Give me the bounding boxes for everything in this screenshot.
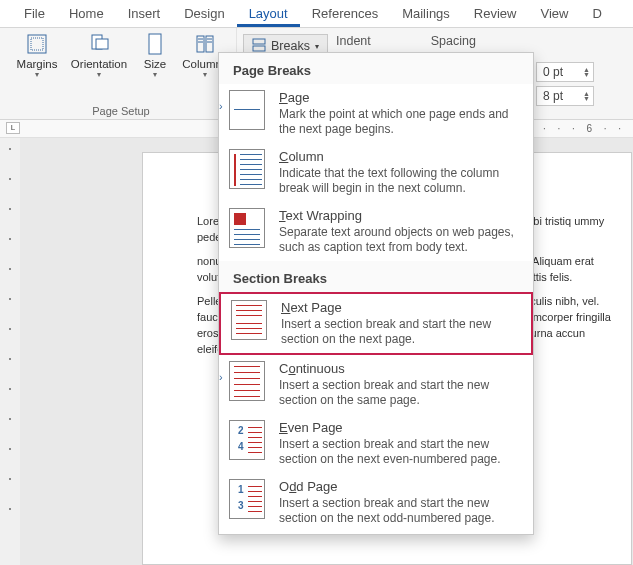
size-button[interactable]: Size ▾ bbox=[138, 32, 172, 79]
odd-page-icon: 1 3 bbox=[229, 479, 265, 519]
chevron-down-icon: ▾ bbox=[35, 70, 39, 79]
page-break-icon bbox=[229, 90, 265, 130]
svg-rect-3 bbox=[96, 39, 108, 49]
svg-rect-4 bbox=[149, 34, 161, 54]
svg-rect-12 bbox=[253, 46, 265, 51]
break-title: Odd Page bbox=[279, 479, 521, 494]
indent-label: Indent bbox=[336, 34, 371, 48]
breaks-label: Breaks bbox=[271, 39, 310, 53]
break-even-page[interactable]: 2 4 Even Page Insert a section break and… bbox=[219, 414, 533, 473]
group-label-page-setup: Page Setup bbox=[92, 105, 150, 119]
chevron-down-icon: ▾ bbox=[203, 70, 207, 79]
spinner-arrows-icon[interactable]: ▲▼ bbox=[583, 67, 590, 77]
page-breaks-heading: Page Breaks bbox=[219, 53, 533, 84]
break-title: Column bbox=[279, 149, 521, 164]
svg-rect-1 bbox=[31, 38, 43, 50]
break-continuous[interactable]: Continuous Insert a section break and st… bbox=[219, 355, 533, 414]
indent-spacing-headers: Indent Spacing bbox=[336, 34, 476, 48]
break-next-page[interactable]: Next Page Insert a section break and sta… bbox=[219, 292, 533, 355]
break-desc: Mark the point at which one page ends an… bbox=[279, 107, 521, 137]
tab-review[interactable]: Review bbox=[462, 4, 529, 27]
size-icon bbox=[143, 32, 167, 56]
break-odd-page[interactable]: 1 3 Odd Page Insert a section break and … bbox=[219, 473, 533, 532]
svg-rect-11 bbox=[253, 39, 265, 44]
ruler-marks: ···6·· bbox=[537, 123, 627, 134]
group-page-setup: Margins ▾ Orientation ▾ Size ▾ Columns ▾… bbox=[0, 28, 237, 119]
break-column[interactable]: Column Indicate that the text following … bbox=[219, 143, 533, 202]
spacing-after-input[interactable]: 8 pt ▲▼ bbox=[536, 86, 594, 106]
tab-references[interactable]: References bbox=[300, 4, 390, 27]
spacing-before-input[interactable]: 0 pt ▲▼ bbox=[536, 62, 594, 82]
tab-layout[interactable]: Layout bbox=[237, 4, 300, 27]
spacing-after-value: 8 pt bbox=[543, 89, 563, 103]
tab-view[interactable]: View bbox=[528, 4, 580, 27]
orientation-icon bbox=[87, 32, 111, 56]
tab-more[interactable]: D bbox=[580, 4, 613, 27]
break-desc: Insert a section break and start the new… bbox=[279, 378, 521, 408]
tab-file[interactable]: File bbox=[12, 4, 57, 27]
break-text-wrapping[interactable]: Text Wrapping Separate text around objec… bbox=[219, 202, 533, 261]
tab-design[interactable]: Design bbox=[172, 4, 236, 27]
next-page-icon bbox=[231, 300, 267, 340]
orientation-label: Orientation bbox=[71, 58, 127, 70]
text-wrap-icon bbox=[229, 208, 265, 248]
break-desc: Insert a section break and start the new… bbox=[279, 437, 521, 467]
break-title: Continuous bbox=[279, 361, 521, 376]
svg-rect-5 bbox=[197, 36, 204, 52]
size-label: Size bbox=[144, 58, 166, 70]
break-title: Next Page bbox=[281, 300, 519, 315]
break-desc: Indicate that the text following the col… bbox=[279, 166, 521, 196]
continuous-icon bbox=[229, 361, 265, 401]
columns-icon bbox=[193, 32, 217, 56]
chevron-down-icon: ▾ bbox=[97, 70, 101, 79]
break-title: Text Wrapping bbox=[279, 208, 521, 223]
margins-button[interactable]: Margins ▾ bbox=[14, 32, 60, 79]
spacing-label: Spacing bbox=[431, 34, 476, 48]
chevron-down-icon: ▾ bbox=[315, 42, 319, 51]
break-desc: Separate text around objects on web page… bbox=[279, 225, 521, 255]
tab-mailings[interactable]: Mailings bbox=[390, 4, 462, 27]
svg-rect-6 bbox=[206, 36, 213, 52]
ribbon-tabs: File Home Insert Design Layout Reference… bbox=[0, 0, 633, 28]
tab-stop-indicator[interactable]: L bbox=[6, 122, 20, 134]
breaks-dropdown: Page Breaks Page Mark the point at which… bbox=[218, 52, 534, 535]
tab-insert[interactable]: Insert bbox=[116, 4, 173, 27]
orientation-button[interactable]: Orientation ▾ bbox=[70, 32, 128, 79]
section-breaks-heading: Section Breaks bbox=[219, 261, 533, 292]
column-break-icon bbox=[229, 149, 265, 189]
even-page-icon: 2 4 bbox=[229, 420, 265, 460]
spacing-before-value: 0 pt bbox=[543, 65, 563, 79]
break-title: Page bbox=[279, 90, 521, 105]
chevron-down-icon: ▾ bbox=[153, 70, 157, 79]
tab-home[interactable]: Home bbox=[57, 4, 116, 27]
break-desc: Insert a section break and start the new… bbox=[279, 496, 521, 526]
break-desc: Insert a section break and start the new… bbox=[281, 317, 519, 347]
break-title: Even Page bbox=[279, 420, 521, 435]
margins-icon bbox=[25, 32, 49, 56]
spinner-arrows-icon[interactable]: ▲▼ bbox=[583, 91, 590, 101]
margins-label: Margins bbox=[17, 58, 58, 70]
break-page[interactable]: Page Mark the point at which one page en… bbox=[219, 84, 533, 143]
vertical-ruler[interactable] bbox=[0, 138, 20, 565]
